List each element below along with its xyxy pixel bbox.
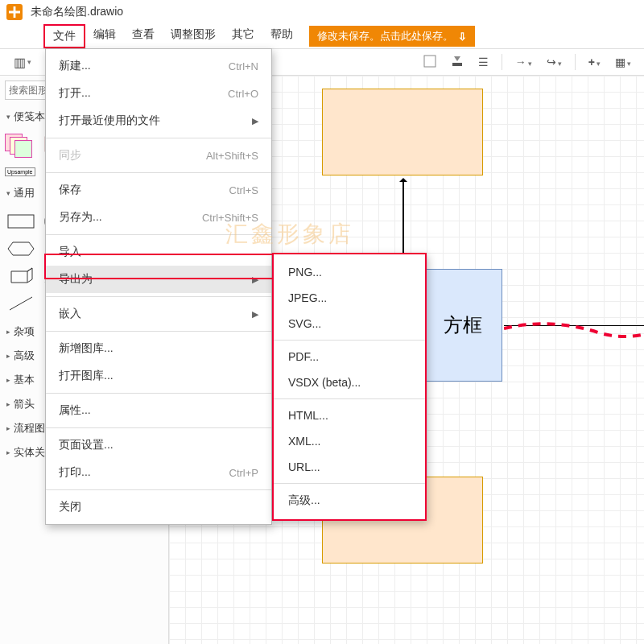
file-menu-item[interactable]: 导出为▶ — [46, 266, 271, 293]
svg-line-14 — [10, 297, 32, 310]
menu-file[interactable]: 文件 — [43, 24, 85, 48]
export-submenu: PNG...JPEG...SVG...PDF...VSDX (beta)...H… — [272, 253, 427, 521]
export-menu-item[interactable]: 高级... — [274, 487, 425, 514]
file-menu-item[interactable]: 属性... — [46, 397, 271, 424]
file-menu-item[interactable]: 另存为...Ctrl+Shift+S — [46, 204, 271, 231]
file-menu-item[interactable]: 页面设置... — [46, 431, 271, 459]
canvas-box-label: 方框 — [444, 312, 482, 338]
file-menu-item[interactable]: 新增图库... — [46, 335, 271, 362]
insert-button[interactable]: +▾ — [584, 54, 605, 70]
menu-view[interactable]: 查看 — [124, 24, 163, 48]
file-menu-dropdown: 新建...Ctrl+N打开...Ctrl+O打开最近使用的文件▶同步Alt+Sh… — [45, 48, 272, 525]
file-menu-item[interactable]: 导入... — [46, 238, 271, 266]
canvas-rect-top[interactable] — [322, 89, 483, 175]
table-button[interactable]: ▦▾ — [610, 54, 636, 70]
menu-help[interactable]: 帮助 — [262, 24, 301, 48]
canvas-box[interactable]: 方框 — [423, 269, 502, 382]
download-icon: ⇩ — [458, 31, 467, 43]
export-menu-item[interactable]: URL... — [274, 454, 425, 480]
export-menu-item[interactable]: PDF... — [274, 344, 425, 369]
file-menu-item[interactable]: 嵌入▶ — [46, 300, 271, 328]
menu-edit[interactable]: 编辑 — [85, 24, 124, 48]
export-menu-item[interactable]: XML... — [274, 428, 425, 454]
shadow-button[interactable]: ☰ — [473, 54, 493, 70]
document-title: 未命名绘图.drawio — [31, 5, 123, 19]
svg-rect-0 — [424, 56, 436, 67]
svg-marker-7 — [8, 242, 34, 255]
shape-line-d1[interactable] — [5, 292, 37, 315]
sidebar-toggle-icon[interactable]: ▥▾ — [14, 53, 31, 71]
export-menu-item[interactable]: PNG... — [274, 259, 425, 285]
file-menu-item[interactable]: 打开最近使用的文件▶ — [46, 107, 271, 134]
file-menu-item[interactable]: 打开...Ctrl+O — [46, 80, 271, 107]
canvas-dashed-red[interactable] — [504, 322, 644, 346]
menu-arrange[interactable]: 调整图形 — [163, 24, 224, 48]
file-menu-item: 同步Alt+Shift+S — [46, 142, 271, 169]
file-menu-item[interactable]: 打印...Ctrl+P — [46, 459, 271, 486]
export-menu-item[interactable]: VSDX (beta)... — [274, 369, 425, 395]
unsaved-warning-text: 修改未保存。点击此处保存。 — [317, 29, 453, 43]
export-menu-item[interactable]: JPEG... — [274, 285, 425, 311]
scratch-upsample[interactable]: Upsample — [5, 167, 35, 176]
file-menu-item[interactable]: 打开图库... — [46, 362, 271, 390]
svg-rect-1 — [452, 63, 462, 66]
export-menu-item[interactable]: HTML... — [274, 402, 425, 428]
shape-rectangle[interactable] — [5, 210, 37, 233]
waypoints-button[interactable]: ↪▾ — [542, 54, 567, 70]
shape-hexagon[interactable] — [5, 237, 37, 260]
unsaved-warning[interactable]: 修改未保存。点击此处保存。 ⇩ — [309, 26, 475, 47]
menu-extras[interactable]: 其它 — [224, 24, 262, 48]
app-logo — [6, 4, 23, 20]
export-menu-item[interactable]: SVG... — [274, 311, 425, 336]
fill-color-button[interactable] — [419, 53, 441, 72]
file-menu-item[interactable]: 保存Ctrl+S — [46, 176, 271, 204]
scratch-stack[interactable] — [5, 134, 37, 158]
line-color-button[interactable] — [446, 53, 469, 72]
svg-rect-3 — [8, 215, 34, 228]
connection-button[interactable]: →▾ — [510, 54, 537, 70]
file-menu-item[interactable]: 新建...Ctrl+N — [46, 52, 271, 80]
file-menu-item[interactable]: 关闭 — [46, 493, 271, 521]
shape-cube[interactable] — [5, 265, 37, 287]
